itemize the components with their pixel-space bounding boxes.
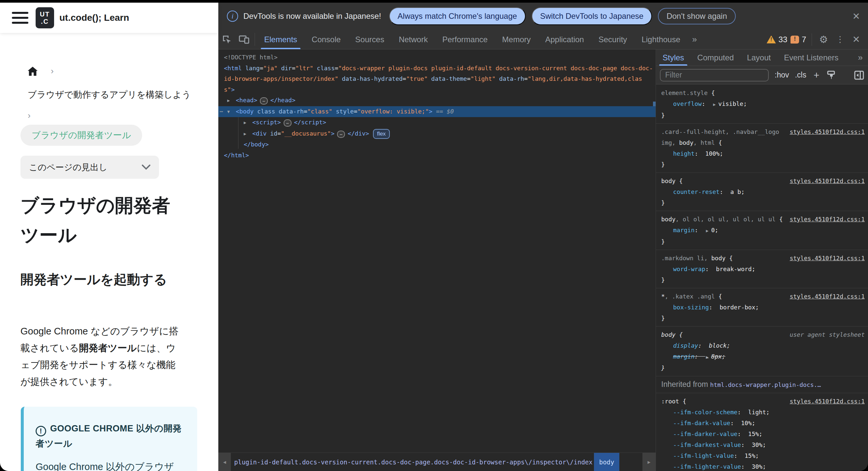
css-property-value[interactable]: block <box>709 342 726 349</box>
css-property-name[interactable]: counter-reset <box>673 188 720 195</box>
devtools-tab-application[interactable]: Application <box>538 30 591 49</box>
dom-node[interactable]: s"> <box>218 85 656 95</box>
sidebar-tab-layout[interactable]: Layout <box>740 50 777 66</box>
expand-arrow-icon[interactable]: ▶ <box>227 95 236 106</box>
css-declaration[interactable]: --ifm-darkest-value: 30%; <box>661 439 865 450</box>
css-declaration[interactable]: --ifm-dark-value: 10%; <box>661 417 865 429</box>
css-property-name[interactable]: --ifm-darker-value <box>673 431 737 437</box>
dom-node[interactable]: ▶<div id="__docusaurus">…</div>flex <box>218 128 656 139</box>
sidebar-tab-styles[interactable]: Styles <box>656 50 690 66</box>
sidebar-tab-event-listeners[interactable]: Event Listeners <box>777 50 845 66</box>
styles-filter-input[interactable] <box>660 69 769 82</box>
css-property-name[interactable]: margin <box>673 227 694 233</box>
new-style-rule-icon[interactable]: + <box>812 70 821 81</box>
inherited-node-link[interactable]: html.docs-wrapper.plugin-docs.… <box>710 381 821 388</box>
css-property-name[interactable]: --ifm-dark-value <box>673 419 730 427</box>
stylesheet-source-link[interactable]: styles.4510f12d.css:1 <box>789 214 865 225</box>
dom-node[interactable]: </body> <box>218 139 656 150</box>
home-icon[interactable] <box>28 67 38 76</box>
css-property-value[interactable]: visible <box>718 100 743 107</box>
css-property-name[interactable]: box-sizing <box>673 304 709 311</box>
dom-breadcrumb-selected-node[interactable]: body <box>594 453 620 471</box>
sidebar-tab-computed[interactable]: Computed <box>690 50 740 66</box>
devtools-tab-lighthouse[interactable]: Lighthouse <box>634 30 687 49</box>
css-property-value[interactable]: 30% <box>752 441 763 448</box>
inspect-element-icon[interactable] <box>218 30 236 49</box>
css-property-value[interactable]: 0 <box>711 227 715 233</box>
css-property-name[interactable]: overflow <box>673 100 702 107</box>
css-declaration[interactable]: --ifm-darker-value: 15%; <box>661 429 865 439</box>
css-property-value[interactable]: 10% <box>741 419 752 427</box>
devtools-tab-elements[interactable]: Elements <box>257 30 304 49</box>
css-declaration[interactable]: --ifm-color-scheme: light; <box>661 407 865 417</box>
devtools-tab-sources[interactable]: Sources <box>348 30 392 49</box>
rule-selector[interactable]: styles.4510f12d.css:1.markdown li, body … <box>661 253 865 263</box>
rule-selector[interactable]: styles.4510f12d.css:1body, ol ol, ol ul,… <box>661 214 865 225</box>
css-property-value[interactable]: a b <box>730 188 741 195</box>
devtools-tab-performance[interactable]: Performance <box>435 30 495 49</box>
css-property-value[interactable]: border-box <box>720 304 755 311</box>
dom-breadcrumb-path[interactable]: plugin-id-default.docs-version-current.d… <box>231 453 594 471</box>
css-property-value[interactable]: 15% <box>745 452 755 459</box>
css-property-value[interactable]: break-word <box>716 265 752 273</box>
breadcrumb-scroll-left-button[interactable]: ◀ <box>218 453 231 471</box>
css-property-name[interactable]: margin <box>673 353 694 360</box>
infobar-close-icon[interactable]: ✕ <box>852 11 860 22</box>
breadcrumb-parent-link[interactable]: ブラウザで動作するアプリを構築しよう <box>21 89 198 101</box>
css-property-value[interactable]: 8px <box>711 353 722 360</box>
rule-selector[interactable]: styles.4510f12d.css:1*, .katex .angl { <box>661 291 865 302</box>
rule-selector[interactable]: styles.4510f12d.css:1:root { <box>661 396 865 407</box>
match-language-button[interactable]: Always match Chrome's language <box>389 7 526 25</box>
breadcrumb-scroll-right-button[interactable]: ▶ <box>643 453 656 471</box>
device-toolbar-icon[interactable] <box>236 30 253 49</box>
rule-selector[interactable]: styles.4510f12d.css:1body { <box>661 176 865 186</box>
css-declaration[interactable]: display: block; <box>661 340 865 351</box>
css-property-value[interactable]: 100% <box>705 150 720 157</box>
rendering-brush-icon[interactable] <box>827 71 836 80</box>
devtools-tab-security[interactable]: Security <box>591 30 634 49</box>
more-tabs-icon[interactable]: » <box>688 30 702 49</box>
devtools-close-icon[interactable]: ✕ <box>850 34 865 45</box>
expand-ellipsis-button[interactable]: … <box>260 97 268 104</box>
sidebar-more-tabs-icon[interactable]: » <box>853 50 868 66</box>
devtools-tab-memory[interactable]: Memory <box>495 30 538 49</box>
expand-value-arrow-icon[interactable]: ▶ <box>712 102 718 107</box>
dont-show-again-button[interactable]: Don't show again <box>658 8 736 24</box>
expand-value-arrow-icon[interactable]: ▶ <box>705 354 711 359</box>
css-property-name[interactable]: --ifm-light-value <box>673 452 734 459</box>
stylesheet-source-link[interactable]: styles.4510f12d.css:1 <box>789 126 865 137</box>
css-declaration[interactable]: --ifm-lighter-value: 30%; <box>661 461 865 471</box>
css-declaration[interactable]: overflow: ▶visible; <box>661 98 865 110</box>
dom-node[interactable]: <html lang="ja" dir="ltr" class="docs-wr… <box>218 63 656 74</box>
settings-gear-icon[interactable]: ⚙ <box>817 34 830 45</box>
css-property-name[interactable]: --ifm-lighter-value <box>673 463 741 470</box>
dom-node[interactable]: ▶<script>…</script> <box>218 117 656 128</box>
css-property-name[interactable]: display <box>673 342 698 349</box>
css-property-value[interactable]: light <box>748 409 766 416</box>
switch-japanese-button[interactable]: Switch DevTools to Japanese <box>532 7 652 25</box>
devtools-tab-network[interactable]: Network <box>392 30 435 49</box>
css-declaration[interactable]: counter-reset: a b; <box>661 186 865 197</box>
hamburger-menu-icon[interactable] <box>12 12 28 24</box>
dom-node[interactable]: <!DOCTYPE html> <box>218 52 656 63</box>
css-property-name[interactable]: height <box>673 150 694 157</box>
rule-selector[interactable]: element.style { <box>661 87 865 98</box>
dom-node[interactable]: ▶<head>…</head> <box>218 95 656 106</box>
rule-selector[interactable]: user agent stylesheetbody { <box>661 329 865 340</box>
css-declaration[interactable]: margin: ▶0; <box>661 225 865 236</box>
css-property-value[interactable]: 30% <box>752 463 763 470</box>
rule-selector[interactable]: styles.4510f12d.css:1.card--full-height,… <box>661 126 865 148</box>
devtools-tab-console[interactable]: Console <box>304 30 348 49</box>
warnings-badge[interactable]: 33 <box>767 35 787 44</box>
dom-node[interactable]: </html> <box>218 150 656 161</box>
stylesheet-source-link[interactable]: styles.4510f12d.css:1 <box>789 253 865 263</box>
css-declaration[interactable]: height: 100%; <box>661 148 865 159</box>
css-property-name[interactable]: --ifm-darkest-value <box>673 441 741 448</box>
issues-badge[interactable]: 7 <box>790 35 806 44</box>
site-logo[interactable]: UT .C <box>36 7 54 28</box>
css-property-value[interactable]: 15% <box>748 431 759 437</box>
collapse-sidebar-icon[interactable] <box>854 71 864 80</box>
stylesheet-source-link[interactable]: styles.4510f12d.css:1 <box>789 291 865 302</box>
node-options-dots-icon[interactable]: ⋯ <box>220 106 224 117</box>
expand-ellipsis-button[interactable]: … <box>284 119 291 127</box>
